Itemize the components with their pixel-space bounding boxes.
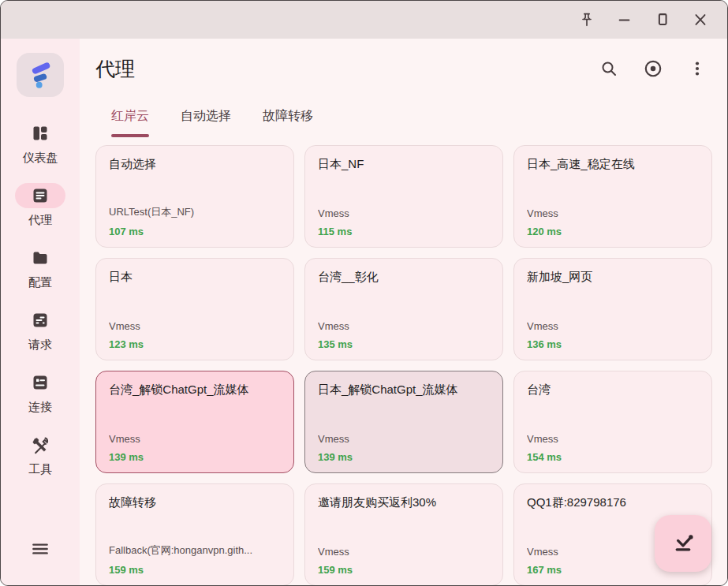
proxy-name: 台湾_解锁ChatGpt_流媒体 bbox=[109, 383, 281, 398]
page-title: 代理 bbox=[95, 56, 135, 82]
tab-故障转移[interactable]: 故障转移 bbox=[263, 105, 313, 137]
more-vert-icon[interactable] bbox=[681, 53, 713, 84]
pin-icon[interactable] bbox=[568, 5, 606, 35]
tab-underline bbox=[263, 134, 313, 137]
page-header: 代理 bbox=[80, 39, 727, 99]
maximize-icon[interactable] bbox=[644, 5, 681, 35]
titlebar bbox=[1, 1, 727, 39]
proxy-name: 日本_NF bbox=[318, 157, 490, 172]
proxy-type: Vmess bbox=[318, 433, 490, 445]
hamburger-icon[interactable] bbox=[30, 539, 50, 562]
tab-红岸云[interactable]: 红岸云 bbox=[111, 105, 149, 137]
proxy-type: Vmess bbox=[109, 433, 281, 445]
tab-自动选择[interactable]: 自动选择 bbox=[181, 105, 231, 137]
sidebar-nav: 仪表盘 代理 配置 请求 连接 bbox=[1, 121, 80, 495]
sidebar-item-requests[interactable]: 请求 bbox=[1, 308, 80, 353]
app-window: 仪表盘 代理 配置 请求 连接 bbox=[0, 0, 728, 586]
proxy-delay: 136 ms bbox=[527, 338, 699, 350]
proxy-type: URLTest(日本_NF) bbox=[109, 205, 281, 219]
group-tabs: 红岸云 自动选择 故障转移 bbox=[80, 105, 727, 137]
proxy-delay: 139 ms bbox=[318, 451, 490, 463]
proxy-type: Vmess bbox=[318, 546, 490, 558]
proxy-card[interactable]: 台湾_解锁ChatGpt_流媒体 Vmess 139 ms bbox=[95, 371, 294, 473]
close-icon[interactable] bbox=[681, 5, 719, 35]
proxy-card[interactable]: 日本_解锁ChatGpt_流媒体 Vmess 139 ms bbox=[304, 371, 503, 473]
folder-icon bbox=[15, 245, 65, 271]
proxy-name: QQ1群:829798176 bbox=[527, 495, 699, 510]
proxy-delay: 115 ms bbox=[318, 226, 490, 237]
proxy-delay: 123 ms bbox=[109, 338, 281, 350]
proxy-delay: 154 ms bbox=[527, 451, 699, 463]
proxy-delay: 107 ms bbox=[109, 226, 281, 237]
proxy-name: 邀请朋友购买返利30% bbox=[318, 495, 490, 510]
tab-underline bbox=[111, 134, 149, 137]
proxy-name: 台湾__彰化 bbox=[318, 270, 490, 285]
sidebar: 仪表盘 代理 配置 请求 连接 bbox=[1, 39, 80, 586]
proxy-name: 日本_高速_稳定在线 bbox=[527, 157, 699, 172]
proxy-card[interactable]: 日本_NF Vmess 115 ms bbox=[304, 145, 503, 248]
proxy-delay: 120 ms bbox=[527, 226, 699, 237]
connections-icon bbox=[15, 370, 65, 395]
sidebar-item-tools[interactable]: 工具 bbox=[1, 432, 80, 477]
main-panel: 代理 bbox=[80, 39, 727, 586]
app-logo bbox=[17, 53, 64, 97]
proxy-type: Fallback(官网:honganvpn.gith... bbox=[109, 543, 281, 558]
sidebar-item-connections[interactable]: 连接 bbox=[1, 370, 80, 415]
proxy-card[interactable]: 故障转移 Fallback(官网:honganvpn.gith... 159 m… bbox=[95, 483, 294, 586]
proxy-type: Vmess bbox=[109, 320, 281, 332]
proxy-delay: 139 ms bbox=[109, 451, 281, 463]
proxy-name: 日本 bbox=[109, 270, 281, 285]
proxy-name: 日本_解锁ChatGpt_流媒体 bbox=[318, 383, 490, 398]
requests-icon bbox=[15, 308, 65, 333]
proxy-card[interactable]: 台湾__彰化 Vmess 135 ms bbox=[304, 258, 503, 360]
proxy-card[interactable]: 日本_高速_稳定在线 Vmess 120 ms bbox=[513, 145, 712, 248]
sidebar-item-profiles[interactable]: 配置 bbox=[1, 245, 80, 290]
proxy-name: 新加坡_网页 bbox=[527, 270, 699, 285]
search-icon[interactable] bbox=[593, 53, 625, 84]
proxy-card[interactable]: 新加坡_网页 Vmess 136 ms bbox=[513, 258, 712, 360]
proxy-card[interactable]: 日本 Vmess 123 ms bbox=[95, 258, 294, 360]
proxy-type: Vmess bbox=[527, 433, 699, 445]
proxy-card[interactable]: 自动选择 URLTest(日本_NF) 107 ms bbox=[95, 145, 294, 248]
proxy-name: 自动选择 bbox=[109, 157, 281, 172]
proxy-type: Vmess bbox=[318, 320, 490, 332]
proxies-icon bbox=[15, 183, 65, 208]
proxy-name: 故障转移 bbox=[109, 495, 281, 510]
proxy-grid: 自动选择 URLTest(日本_NF) 107 ms 日本_NF Vmess 1… bbox=[95, 145, 727, 586]
tab-underline bbox=[181, 134, 231, 137]
proxy-delay: 135 ms bbox=[318, 338, 490, 350]
proxy-delay: 159 ms bbox=[109, 564, 281, 576]
locate-icon[interactable] bbox=[637, 53, 669, 84]
minimize-icon[interactable] bbox=[606, 5, 644, 35]
proxy-card[interactable]: 台湾 Vmess 154 ms bbox=[513, 371, 712, 473]
proxy-type: Vmess bbox=[318, 207, 490, 219]
delay-test-fab[interactable] bbox=[655, 515, 711, 572]
sidebar-item-proxies[interactable]: 代理 bbox=[1, 183, 80, 228]
proxy-delay: 159 ms bbox=[318, 564, 490, 576]
tools-icon bbox=[15, 432, 65, 457]
proxy-name: 台湾 bbox=[527, 383, 699, 398]
dashboard-icon bbox=[15, 121, 65, 146]
proxy-type: Vmess bbox=[527, 320, 699, 332]
network-check-icon bbox=[670, 530, 696, 557]
flclash-logo-icon bbox=[24, 58, 57, 91]
proxy-card[interactable]: 邀请朋友购买返利30% Vmess 159 ms bbox=[304, 483, 503, 586]
sidebar-item-dashboard[interactable]: 仪表盘 bbox=[1, 121, 80, 166]
proxy-type: Vmess bbox=[527, 207, 699, 219]
